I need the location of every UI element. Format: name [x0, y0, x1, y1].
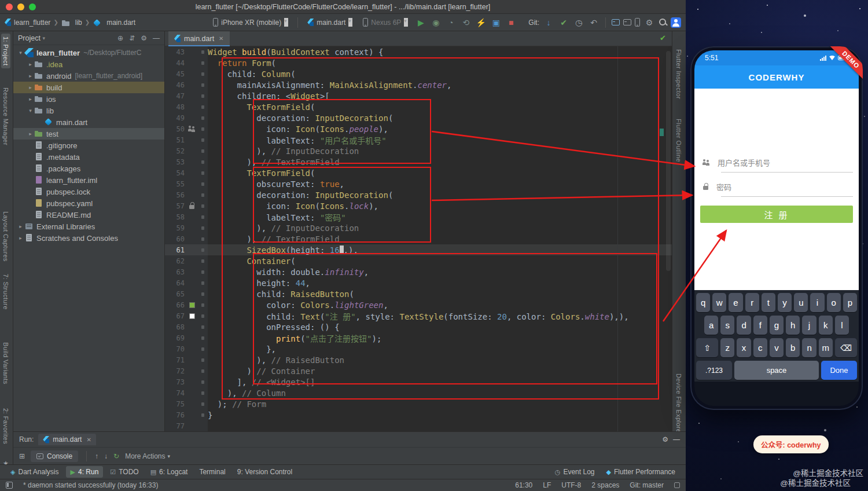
chevron-right-icon[interactable]: ▸ [27, 61, 34, 67]
code-line-63[interactable]: 63 width: double.infinity, [165, 266, 672, 277]
tree-item-main-dart[interactable]: main.dart [13, 116, 164, 128]
tree-item-external-libraries[interactable]: ▸External Libraries [13, 221, 164, 232]
sync-settings-icon[interactable]: ⚙ [643, 17, 655, 28]
profile-avatar[interactable] [671, 17, 681, 28]
key-x[interactable]: x [737, 338, 751, 357]
code-line-59[interactable]: 59 ), // InputDecoration [165, 222, 672, 233]
key-j[interactable]: j [802, 316, 816, 335]
chevron-right-icon[interactable]: ▸ [27, 85, 34, 90]
code-line-57[interactable]: 57 icon: Icon(Icons.lock), [165, 200, 672, 211]
key-z[interactable]: z [720, 338, 734, 357]
key-u[interactable]: u [794, 293, 808, 312]
tree-item--metadata[interactable]: .metadata [13, 151, 164, 163]
fold-marker-icon[interactable] [197, 50, 208, 54]
key-l[interactable]: l [835, 316, 849, 335]
run-config-dropdown[interactable]: main.dart ▾ [304, 17, 356, 28]
tree-item-pubspec-yaml[interactable]: pubspec.yaml [13, 197, 164, 209]
tool-window-button-logcat[interactable]: ▤6: Logcat [146, 466, 193, 478]
fold-marker-icon[interactable] [197, 226, 208, 230]
code-line-43[interactable]: 43Widget build(BuildContext context) { [165, 46, 672, 57]
undo-button[interactable]: ↶ [588, 17, 599, 28]
fold-marker-icon[interactable] [197, 72, 208, 76]
attach-debugger-button[interactable]: ⟲ [460, 17, 472, 28]
code-line-46[interactable]: 46 mainAxisAlignment: MainAxisAlignment.… [165, 79, 672, 90]
fold-marker-icon[interactable] [197, 105, 208, 109]
stop-button[interactable]: ■ [505, 17, 517, 28]
run-settings-gear-icon[interactable]: ⚙ [662, 435, 668, 444]
fold-marker-icon[interactable] [197, 94, 208, 98]
code-line-44[interactable]: 44 return Form( [165, 57, 672, 68]
device-manager-icon[interactable] [635, 18, 640, 27]
fold-marker-icon[interactable] [197, 204, 208, 208]
editor-scrollbar[interactable] [666, 51, 671, 271]
tool-window-button-dart-analysis[interactable]: ◈Dart Analysis [6, 466, 64, 478]
fold-marker-icon[interactable] [197, 303, 208, 307]
fold-marker-icon[interactable] [197, 413, 208, 417]
chevron-down-icon[interactable]: ▾ [27, 108, 34, 113]
prev-occurrence-icon[interactable]: ↑ [95, 452, 98, 460]
tree-item-learn-flutter[interactable]: ▾learn_flutter ~/Desktop/FlutterC [13, 47, 164, 58]
code-line-66[interactable]: 66 color: Colors.lightGreen, [165, 299, 672, 310]
status-item-61-30[interactable]: 61:30 [515, 481, 532, 489]
key-e[interactable]: e [729, 293, 742, 312]
code-line-56[interactable]: 56 decoration: InputDecoration( [165, 189, 672, 200]
minimize-window-button[interactable] [17, 3, 24, 10]
tool-window-button-flutter-performance[interactable]: ◆Flutter Performance [601, 466, 680, 478]
code-line-75[interactable]: 75 ); // Form [165, 398, 672, 409]
status-item-git-master[interactable]: Git: master [630, 481, 664, 489]
close-window-button[interactable] [6, 3, 13, 10]
fold-marker-icon[interactable] [197, 160, 208, 164]
history-button[interactable]: ◷ [573, 17, 584, 28]
gear-icon[interactable]: ⚙ [141, 34, 147, 42]
tool-button-project[interactable]: 1: Project [1, 34, 10, 68]
chevron-down-icon[interactable]: ▾ [17, 50, 24, 56]
tool-window-button-version-control[interactable]: 9: Version Control [233, 466, 297, 478]
layout-toggle-icon[interactable]: ⊞ [19, 452, 25, 460]
tool-button-favorites[interactable]: 2: Favorites [1, 405, 10, 447]
tool-window-button-run[interactable]: ▶4: Run [66, 466, 104, 478]
tree-item--packages[interactable]: .packages [13, 163, 164, 174]
close-tab-icon[interactable]: ✕ [86, 437, 91, 443]
status-item-utf-8[interactable]: UTF-8 [561, 481, 581, 489]
code-line-71[interactable]: 71 ), // RaisedButton [165, 354, 672, 365]
key-y[interactable]: y [778, 293, 792, 312]
key-g[interactable]: g [770, 316, 784, 335]
shift-key[interactable]: ⇧ [696, 338, 718, 357]
hide-panel-icon[interactable]: — [153, 34, 160, 42]
breadcrumb-dir[interactable]: lib [75, 19, 82, 27]
chevron-right-icon[interactable]: ▸ [17, 223, 24, 229]
tree-item-test[interactable]: ▸test [13, 128, 164, 140]
code-line-62[interactable]: 62 Container( [165, 255, 672, 266]
tool-button-device-file-explorer[interactable]: Device File Explorer [674, 371, 683, 438]
fold-marker-icon[interactable] [197, 182, 208, 186]
code-line-60[interactable]: 60 ), // TextFormField [165, 233, 672, 244]
code-line-48[interactable]: 48 TextFormField( [165, 101, 672, 112]
fold-marker-icon[interactable] [197, 237, 208, 241]
fold-marker-icon[interactable] [197, 369, 208, 373]
key-i[interactable]: i [810, 293, 824, 312]
key-s[interactable]: s [720, 316, 734, 335]
locate-file-icon[interactable]: ⊕ [117, 34, 123, 42]
fold-marker-icon[interactable] [197, 314, 208, 318]
open-devtools-button[interactable]: ▣ [490, 17, 502, 28]
code-line-45[interactable]: 45 child: Column( [165, 68, 672, 79]
key-p[interactable]: p [843, 293, 857, 312]
code-line-73[interactable]: 73 ], // <Widget>[] [165, 376, 672, 387]
tree-item-scratches-and-consoles[interactable]: ▸Scratches and Consoles [13, 232, 164, 244]
fold-marker-icon[interactable] [197, 171, 208, 175]
running-devices-icon[interactable] [612, 19, 620, 25]
fold-marker-icon[interactable] [197, 402, 208, 406]
tree-item-lib[interactable]: ▾lib [13, 105, 164, 116]
code-line-65[interactable]: 65 child: RaisedButton( [165, 288, 672, 299]
key-m[interactable]: m [819, 338, 833, 357]
code-line-50[interactable]: 50 icon: Icon(Icons.people), [165, 123, 672, 134]
tree-item-learn-flutter-iml[interactable]: learn_flutter.iml [13, 174, 164, 186]
code-line-67[interactable]: 67 child: Text("注 册", style: TextStyle(f… [165, 310, 672, 321]
password-field[interactable]: 密码 [703, 181, 731, 192]
console-tab[interactable]: Console [31, 450, 78, 462]
space-key[interactable]: space [734, 361, 819, 380]
status-widget-icon[interactable] [674, 482, 680, 488]
code-line-55[interactable]: 55 obscureText: true, [165, 178, 672, 189]
hot-reload-button[interactable]: ⚡ [475, 17, 487, 28]
code-line-69[interactable]: 69 print("点击了注册按钮"); [165, 332, 672, 343]
